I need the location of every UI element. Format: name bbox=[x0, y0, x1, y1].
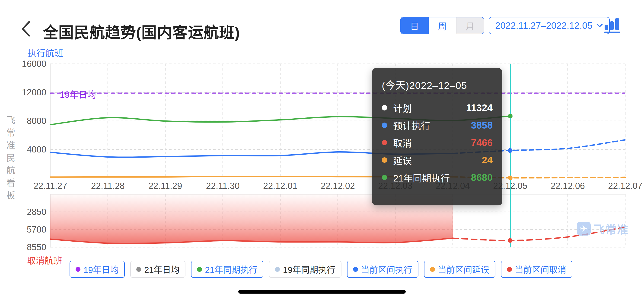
legend-dot-icon bbox=[197, 267, 202, 272]
tooltip-series-label: 预计执行 bbox=[393, 119, 430, 132]
series-dot-icon bbox=[382, 123, 387, 128]
legend-dot-icon bbox=[353, 267, 358, 272]
series-dot-icon bbox=[382, 157, 387, 163]
variflight-plane-icon: ✈ bbox=[577, 222, 591, 235]
series-legend: 19年日均21年日均21年同期执行19年同期执行当前区间执行当前区间延误当前区间… bbox=[70, 261, 572, 278]
legend-toggle-19年日均[interactable]: 19年日均 bbox=[70, 261, 125, 278]
series-dot-icon bbox=[382, 105, 387, 111]
y-tick-label: 8000 bbox=[7, 116, 46, 126]
tooltip-series-label: 取消 bbox=[393, 136, 412, 149]
y-tick-label: 5700 bbox=[7, 224, 46, 235]
tooltip-row: 21年同期执行 8680 bbox=[372, 169, 502, 186]
legend-dot-icon bbox=[430, 267, 435, 272]
tooltip-series-value: 11324 bbox=[466, 102, 492, 114]
x-tick-label: 22.12.01 bbox=[257, 181, 304, 191]
series-dot-icon bbox=[382, 140, 387, 145]
legend-toggle-21年日均[interactable]: 21年日均 bbox=[130, 261, 186, 278]
legend-toggle-21年同期执行[interactable]: 21年同期执行 bbox=[191, 261, 263, 278]
x-tick-label: 22.12.02 bbox=[314, 181, 361, 191]
legend-toggle-当前区间延误[interactable]: 当前区间延误 bbox=[424, 261, 496, 278]
legend-toggle-当前区间执行[interactable]: 当前区间执行 bbox=[347, 261, 418, 278]
x-tick-label: 22.11.28 bbox=[84, 181, 131, 191]
flights-trend-chart[interactable] bbox=[0, 0, 644, 298]
tooltip-row: 计划 11324 bbox=[372, 99, 502, 117]
tooltip-title: (今天)2022–12–05 bbox=[372, 68, 502, 92]
y-tick-label: 12000 bbox=[7, 87, 46, 98]
x-tick-label: 22.11.29 bbox=[142, 181, 188, 191]
tooltip-row: 取消 7466 bbox=[372, 134, 502, 151]
chart-tooltip: (今天)2022–12–05 计划 11324 预计执行 3858 取消 746… bbox=[372, 68, 502, 205]
tooltip-series-value: 24 bbox=[482, 155, 492, 166]
legend-dot-icon bbox=[76, 267, 80, 272]
legend-dot-icon bbox=[275, 267, 280, 272]
app-root: 全国民航趋势(国内客运航班) 日周月 2022.11.27–2022.12.05… bbox=[0, 0, 644, 298]
legend-toggle-19年同期执行[interactable]: 19年同期执行 bbox=[269, 261, 341, 278]
legend-dot-icon bbox=[136, 267, 141, 272]
tooltip-series-value: 3858 bbox=[471, 120, 492, 131]
x-tick-label: 22.11.30 bbox=[200, 181, 246, 191]
tooltip-row: 延误 24 bbox=[372, 151, 502, 169]
reference-line-label: 19年日均 bbox=[60, 88, 96, 100]
series-dot-icon bbox=[382, 175, 387, 180]
x-tick-label: 22.12.07 bbox=[602, 181, 644, 191]
y-tick-label: 4000 bbox=[7, 144, 46, 155]
x-tick-label: 22.11.27 bbox=[27, 181, 74, 191]
tooltip-series-value: 8680 bbox=[471, 172, 492, 183]
tooltip-series-label: 延误 bbox=[393, 153, 412, 167]
y-tick-label: 16000 bbox=[7, 59, 46, 69]
home-indicator[interactable] bbox=[238, 290, 406, 293]
brand-watermark: ✈ 飞常准 bbox=[577, 220, 629, 237]
legend-toggle-当前区间取消[interactable]: 当前区间取消 bbox=[501, 261, 572, 278]
x-tick-label: 22.12.06 bbox=[544, 181, 591, 191]
legend-dot-icon bbox=[507, 267, 512, 272]
y-tick-label: 8550 bbox=[7, 242, 46, 252]
tooltip-row: 预计执行 3858 bbox=[372, 117, 502, 134]
tooltip-series-label: 计划 bbox=[393, 101, 412, 115]
tooltip-series-value: 7466 bbox=[471, 137, 492, 148]
brand-watermark-text: 飞常准 bbox=[594, 220, 629, 237]
tooltip-series-label: 21年同期执行 bbox=[393, 171, 450, 184]
y-tick-label: 2850 bbox=[7, 207, 46, 217]
